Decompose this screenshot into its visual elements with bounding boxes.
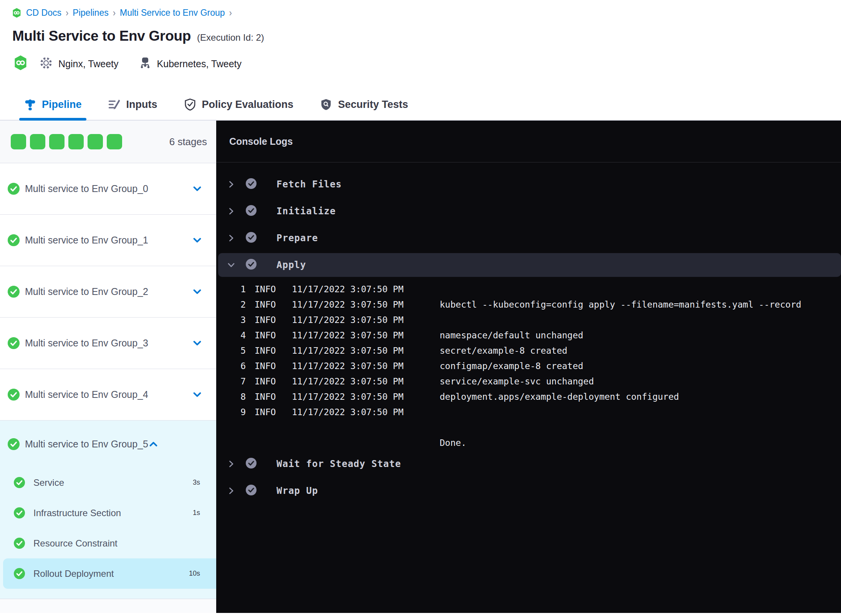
services-label: Nginx, Tweety: [58, 58, 119, 70]
log-section-title: Wait for Steady State: [276, 459, 401, 469]
log-line: 8INFO11/17/2022 3:07:50 PMdeployment.app…: [227, 389, 841, 404]
log-level: INFO: [255, 330, 283, 340]
log-timestamp: 11/17/2022 3:07:50 PM: [292, 330, 431, 340]
chevron-right-icon[interactable]: [227, 180, 236, 189]
stage-row-2[interactable]: Multi service to Env Group_2: [0, 266, 216, 318]
stage-label: Multi service to Env Group_5: [25, 439, 148, 450]
log-line-number: 3: [227, 315, 246, 325]
chevron-down-icon[interactable]: [192, 235, 202, 245]
chevron-right-icon[interactable]: [227, 207, 236, 216]
log-section-title: Initialize: [276, 206, 336, 217]
step-success-check-icon: [246, 205, 257, 216]
log-line-tail: Done.: [227, 435, 841, 450]
step-row-resource-constraint[interactable]: Resource Constraint: [0, 528, 216, 558]
stage-status-square: [30, 134, 45, 149]
log-line-number: 8: [227, 392, 246, 402]
step-success-check-icon: [246, 458, 257, 469]
step-success-check-icon: [246, 232, 257, 243]
breadcrumb-link-1[interactable]: Pipelines: [73, 8, 108, 18]
log-line-number: 5: [227, 346, 246, 356]
log-timestamp: 11/17/2022 3:07:50 PM: [292, 315, 431, 325]
step-success-check-icon: [246, 485, 257, 495]
log-line: 3INFO11/17/2022 3:07:50 PM: [227, 312, 841, 328]
log-section-fetch-files[interactable]: Fetch Files: [216, 171, 841, 198]
log-level: INFO: [255, 407, 283, 417]
page-title: Multi Service to Env Group: [12, 28, 191, 44]
stage-progress-squares: [11, 134, 122, 149]
stage-status-square: [49, 134, 65, 149]
log-line: 1INFO11/17/2022 3:07:50 PM: [227, 282, 841, 297]
stage-status-square: [11, 134, 26, 149]
stage-label: Multi service to Env Group_0: [25, 183, 148, 194]
harness-logo-icon: [12, 8, 22, 18]
log-line-number: 1: [227, 284, 246, 294]
step-success-check-icon: [246, 259, 257, 270]
tab-label: Security Tests: [338, 99, 408, 111]
stage-row-5[interactable]: Multi service to Env Group_5: [0, 421, 216, 467]
log-level: INFO: [255, 300, 283, 310]
log-timestamp: 11/17/2022 3:07:50 PM: [292, 392, 431, 402]
stage-label: Multi service to Env Group_2: [25, 286, 148, 297]
success-check-icon: [14, 477, 25, 488]
step-label: Resource Constraint: [33, 538, 118, 549]
console-logs-panel: Console Logs Fetch FilesInitializePrepar…: [216, 121, 841, 613]
step-row-infrastructure-section[interactable]: Infrastructure Section1s: [0, 498, 216, 528]
log-timestamp: 11/17/2022 3:07:50 PM: [292, 346, 431, 356]
breadcrumb-link-2[interactable]: Multi Service to Env Group: [120, 8, 225, 18]
pipeline-tab-icon: [24, 98, 36, 111]
step-duration: 10s: [189, 570, 200, 578]
tab-policy-evaluations[interactable]: Policy Evaluations: [184, 89, 294, 120]
success-check-icon: [8, 183, 20, 195]
stage-status-square: [88, 134, 103, 149]
log-line: 9INFO11/17/2022 3:07:50 PM: [227, 404, 841, 420]
chevron-down-icon[interactable]: [227, 260, 236, 270]
chevron-right-icon[interactable]: [227, 233, 236, 243]
stage-row-0[interactable]: Multi service to Env Group_0: [0, 163, 216, 215]
step-duration: 1s: [193, 509, 200, 517]
log-output: 1INFO11/17/2022 3:07:50 PM2INFO11/17/202…: [216, 278, 841, 450]
success-check-icon: [14, 568, 25, 579]
chevron-down-icon[interactable]: [192, 338, 202, 348]
log-section-prepare[interactable]: Prepare: [216, 225, 841, 252]
breadcrumb-link-0[interactable]: CD Docs: [26, 8, 61, 18]
chevron-down-icon[interactable]: [192, 184, 202, 194]
console-logs-title: Console Logs: [216, 121, 841, 162]
chevron-right-icon[interactable]: [227, 459, 236, 469]
log-section-title: Apply: [276, 260, 306, 270]
log-timestamp: 11/17/2022 3:07:50 PM: [292, 407, 431, 417]
log-timestamp: 11/17/2022 3:07:50 PM: [292, 284, 431, 294]
step-row-service[interactable]: Service3s: [0, 467, 216, 498]
tab-security-tests[interactable]: Security Tests: [320, 89, 408, 120]
log-message: namespace/default unchanged: [440, 330, 583, 340]
tab-inputs[interactable]: Inputs: [108, 89, 157, 120]
success-check-icon: [8, 286, 20, 298]
step-row-rollout-deployment[interactable]: Rollout Deployment10s: [3, 558, 216, 589]
title-row: Multi Service to Env Group (Execution Id…: [0, 18, 841, 44]
success-check-icon: [14, 507, 25, 518]
stage-row-1[interactable]: Multi service to Env Group_1: [0, 215, 216, 266]
log-section-wait-for-steady-state[interactable]: Wait for Steady State: [216, 450, 841, 477]
stage-status-square: [107, 134, 122, 149]
log-section-apply[interactable]: Apply: [218, 253, 841, 277]
stage-row-4[interactable]: Multi service to Env Group_4: [0, 369, 216, 421]
chevron-right-icon[interactable]: [227, 486, 236, 495]
log-section-initialize[interactable]: Initialize: [216, 198, 841, 225]
log-message: service/example-svc unchanged: [440, 376, 594, 386]
chevron-down-icon[interactable]: [192, 389, 202, 400]
chevron-down-icon[interactable]: [192, 286, 202, 297]
log-message: secret/example-8 created: [440, 346, 567, 356]
log-message: kubectl --kubeconfig=config apply --file…: [440, 300, 801, 310]
pipeline-execution-page: CD Docs›Pipelines›Multi Service to Env G…: [0, 0, 841, 616]
log-level: INFO: [255, 315, 283, 325]
success-check-icon: [8, 438, 20, 450]
success-check-icon: [14, 538, 25, 549]
stages-summary-row: 6 stages: [0, 121, 216, 163]
tab-pipeline[interactable]: Pipeline: [24, 89, 82, 120]
stage-row-3[interactable]: Multi service to Env Group_3: [0, 318, 216, 369]
log-timestamp: 11/17/2022 3:07:50 PM: [292, 300, 431, 310]
log-timestamp: 11/17/2022 3:07:50 PM: [292, 376, 431, 386]
log-section-wrap-up[interactable]: Wrap Up: [216, 477, 841, 504]
chevron-up-icon[interactable]: [148, 439, 159, 449]
stage-label: Multi service to Env Group_3: [25, 338, 148, 349]
step-label: Infrastructure Section: [33, 508, 121, 518]
